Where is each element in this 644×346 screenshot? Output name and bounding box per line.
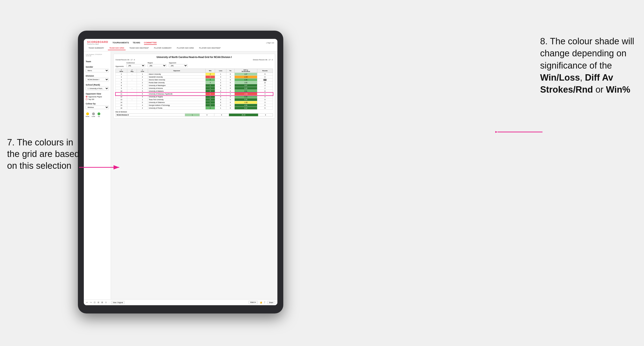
tab-team-h2h-grid[interactable]: TEAM H2H GRID (108, 46, 126, 50)
view-original-button[interactable]: View: Original (111, 301, 125, 304)
cell-reg (127, 81, 137, 84)
nav-committee[interactable]: COMMITTEE (144, 41, 157, 45)
grid-icon[interactable]: ⊞ (98, 301, 100, 304)
cell-loss: 0 (215, 104, 226, 107)
cell-diff: 9.00 (234, 87, 257, 90)
grid-records: Overall Record: 89 - 17 - 0 Division Rec… (116, 59, 273, 61)
col-rounds: Rounds (257, 69, 273, 73)
cell-win: 4 (206, 81, 215, 84)
legend-down-circle (86, 112, 89, 115)
cell-rank: 13 (116, 98, 127, 101)
cell-rank: 11 (116, 93, 127, 95)
tab-player-h2h-grid[interactable]: PLAYER H2H GRID (176, 46, 195, 50)
cell-reg: - (127, 78, 137, 81)
col-win: Win (206, 69, 215, 73)
annotation-right: 8. The colour shade will change dependin… (540, 35, 639, 96)
share-button[interactable]: Share (267, 301, 275, 304)
cell-reg (127, 93, 137, 95)
redo-icon[interactable]: ↪ (90, 301, 92, 304)
nav-links: TOURNAMENTS TEAMS COMMITTEE (112, 41, 266, 45)
cell-opponent: University of Oklahoma (148, 101, 206, 104)
crop-icon[interactable]: ⊠ (101, 301, 103, 304)
cell-reg: - (127, 98, 137, 101)
nav-teams[interactable]: TEAMS (133, 41, 140, 45)
cell-win: 5 (206, 78, 215, 81)
cell-diff: 5.56 (234, 98, 257, 101)
region-filter-select[interactable]: (All) (148, 64, 166, 67)
division-select[interactable]: NCAA Division I (86, 78, 109, 81)
tab-player-summary[interactable]: PLAYER SUMMARY (152, 46, 173, 50)
arrow-right-annotation (495, 129, 542, 136)
radio-dot-top100 (86, 98, 88, 100)
clock-icon[interactable]: ⊙ (105, 301, 107, 304)
cell-tie: 0 (226, 84, 234, 87)
colour-by-label: Colour by (86, 103, 109, 105)
cell-rank: 10 (116, 90, 127, 93)
cell-rounds: 9 (257, 73, 273, 76)
cell-conf: 3 (137, 95, 148, 98)
cell-diff: 4.50 (234, 104, 257, 107)
cell-conf: 1 (137, 87, 148, 90)
cell-rounds: 8 (257, 76, 273, 78)
cell-opponent: Georgia Institute of Technology (148, 104, 206, 107)
cell-out-div-win: 1 (185, 114, 200, 116)
cell-diff: 2.28 (234, 78, 257, 81)
cell-opponent: University of Virginia (148, 95, 206, 98)
cell-win: 0 (206, 76, 215, 78)
legend-up-label: Up (98, 116, 100, 117)
cell-win: 1 (206, 87, 215, 90)
division-label: Division (86, 75, 109, 77)
cell-opponent: Texas Tech University (148, 98, 206, 101)
cell-opponent: Vanderbilt University (148, 76, 206, 78)
share-label: Share (269, 302, 273, 303)
overall-record: Overall Record: 89 - 17 - 0 (116, 59, 135, 61)
cell-rounds: 3 (257, 95, 273, 98)
table-row: 9 - 1 University of Arizona 1 0 0 9.00 2 (116, 87, 273, 90)
cell-loss: 1 (215, 107, 226, 110)
cell-rounds: 12 (257, 81, 273, 84)
radio-opponents-played[interactable]: Opponents Played (86, 96, 109, 98)
opponent-filter-label: Opponent (169, 62, 188, 64)
watch-button[interactable]: Watch ▾ (248, 301, 258, 304)
cell-tie: 0 (226, 76, 234, 78)
table-row: 15 4 Georgia Institute of Technology 5 0… (116, 104, 273, 107)
share-icon[interactable]: ⤴ (264, 301, 265, 304)
colour-by-select[interactable]: Win/loss (86, 106, 109, 109)
cell-reg: - (127, 73, 137, 76)
cell-win: 3 (206, 90, 215, 93)
cell-conf: 2 (137, 81, 148, 84)
conference-filter-select[interactable]: (All) (126, 64, 145, 67)
opponent-view-section: Opponent View Opponents Played Top 100 (86, 93, 109, 100)
step-back-icon[interactable]: ⊡ (94, 301, 96, 304)
col-opponent: Opponent (148, 69, 206, 73)
sign-out-link[interactable]: | Sign out (266, 42, 274, 44)
radio-top100[interactable]: Top 100 (86, 98, 109, 100)
cell-win: 3 (206, 98, 215, 101)
filter-region: Region (All) (148, 62, 166, 67)
undo-icon[interactable]: ↩ (86, 301, 88, 304)
cell-win: 1 (206, 84, 215, 87)
opponent-filter-select[interactable]: (All) (169, 64, 188, 67)
table-row: 3 2 Vanderbilt University 0 4 0 -2.29 8 (116, 76, 273, 78)
cell-reg (127, 84, 137, 87)
bottom-toolbar: ↩ ↪ ⊡ ⊞ ⊠ ⊙ | View: Original Watch ▾ 👍 ⤴… (84, 299, 278, 305)
tab-team-summary[interactable]: TEAM SUMMARY (87, 46, 106, 50)
nav-tournaments[interactable]: TOURNAMENTS (112, 41, 129, 45)
legend-up-circle (98, 112, 100, 115)
cell-conf: 1 (137, 98, 148, 101)
watch-label: Watch ▾ (250, 302, 256, 303)
school-select[interactable]: 1. University of Nort... (86, 87, 109, 90)
colour-by-section: Colour by Win/loss (86, 103, 109, 109)
cell-reg: - (127, 87, 137, 90)
tab-player-h2h-heatmap[interactable]: PLAYER H2H HEATMAP (198, 46, 222, 50)
top-navigation: SCOREBOARD Powered by clippd TOURNAMENTS… (84, 39, 278, 51)
thumbs-up-icon[interactable]: 👍 (260, 301, 262, 304)
table-row: 4 - 1 Arizona State University 5 1 0 2.2… (116, 78, 273, 81)
cell-conf: 0 (137, 101, 148, 104)
tab-team-h2h-heatmap[interactable]: TEAM H2H HEATMAP (128, 46, 150, 50)
cell-tie: 0 (226, 95, 234, 98)
gender-select[interactable]: Men's (86, 69, 109, 72)
toolbar-separator: | (109, 302, 109, 303)
cell-rounds: 9 (257, 107, 273, 110)
table-row: 14 0 University of Oklahoma 1 0 0 -1.00 … (116, 101, 273, 104)
